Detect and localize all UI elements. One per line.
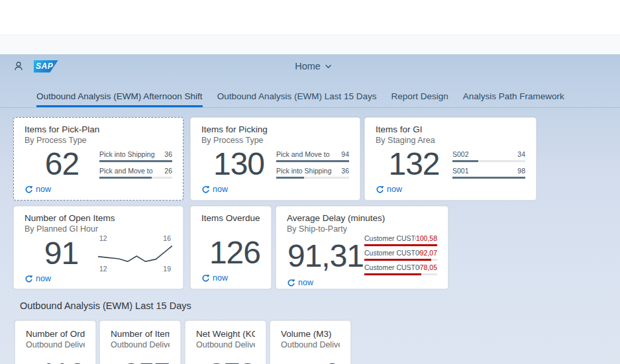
refresh-control[interactable]: now bbox=[201, 183, 349, 196]
tile-subtitle: Outbound Delivery bbox=[281, 340, 340, 350]
tile-title: Items for Picking bbox=[201, 124, 349, 135]
tile-net-weight[interactable]: Net Weight (KG) Outbound Delivery 273 bbox=[185, 320, 266, 364]
tile-items-overdue[interactable]: Items Overdue 126 now bbox=[190, 206, 272, 289]
comparison-bar bbox=[452, 160, 525, 162]
refresh-control[interactable]: now bbox=[25, 183, 172, 196]
comparison-label: S002 bbox=[452, 150, 469, 159]
tile-number-of-open-items[interactable]: Number of Open Items By Planned GI Hour … bbox=[13, 206, 183, 289]
home-menu-button[interactable]: Home bbox=[295, 61, 332, 71]
kpi-value: 130 bbox=[201, 148, 276, 180]
tile-body: 110 bbox=[26, 350, 85, 364]
refresh-label: now bbox=[36, 185, 51, 194]
tile-row-1: Items for Pick-Plan By Process Type 62 P… bbox=[13, 117, 607, 201]
sparkline-path bbox=[98, 246, 172, 261]
comparison-bar bbox=[364, 259, 437, 261]
kpi-value: 132 bbox=[376, 148, 452, 180]
kpi-value: 273 bbox=[209, 359, 255, 364]
tile-subtitle: By Planned GI Hour bbox=[25, 224, 172, 234]
comparison-line: Pick into Shipping HU 36 bbox=[99, 150, 172, 159]
comparison-line: Customer CUST004 92,07 bbox=[364, 249, 437, 257]
person-icon bbox=[13, 61, 24, 71]
comparison-line: S001 98 bbox=[452, 167, 525, 175]
refresh-label: now bbox=[387, 185, 402, 194]
refresh-label: now bbox=[213, 185, 228, 194]
tile-header: Volume (M3) Outbound Delivery bbox=[281, 328, 340, 350]
tab-afternoon-shift[interactable]: Outbound Analysis (EWM) Afternoon Shift bbox=[36, 91, 203, 107]
comparison-row: Pick and Move to Pac... 26 bbox=[99, 167, 172, 179]
tile-items-for-pick-plan[interactable]: Items for Pick-Plan By Process Type 62 P… bbox=[13, 117, 183, 201]
tile-body: 91,31 Customer CUST0... 100,58 bbox=[287, 234, 437, 278]
tile-number-of-items[interactable]: Number of Items Outbound Delivery 257 bbox=[99, 320, 181, 364]
chart-label-x-end: 19 bbox=[163, 265, 171, 273]
comparison-micro-chart: Pick and Move to Pac... 94 Pick into Shi… bbox=[276, 150, 349, 179]
comparison-line: Pick into Shipping HU 36 bbox=[276, 167, 349, 175]
tile-subtitle: Outbound Delivery bbox=[196, 340, 255, 350]
tile-volume[interactable]: Volume (M3) Outbound Delivery 9 bbox=[270, 320, 351, 364]
tile-subtitle: By Process Type bbox=[201, 135, 349, 146]
kpi-value: 257 bbox=[123, 359, 170, 364]
tile-body: 126 bbox=[201, 224, 260, 271]
browser-top-margin-lower bbox=[0, 34, 620, 54]
tile-title: Number of Open Items bbox=[25, 212, 172, 224]
tile-subtitle: Outbound Delivery bbox=[111, 340, 170, 350]
tile-body: 132 S002 34 S001 bbox=[376, 146, 525, 183]
tile-subtitle: By Process Type bbox=[25, 135, 172, 146]
comparison-value: 100,58 bbox=[416, 234, 437, 243]
chart-label-first-value: 12 bbox=[99, 234, 107, 242]
comparison-line: Pick and Move to Pac... 26 bbox=[99, 167, 172, 175]
comparison-line: S002 34 bbox=[452, 150, 525, 159]
user-avatar-icon[interactable] bbox=[13, 60, 25, 72]
kpi-value: 126 bbox=[209, 237, 260, 269]
refresh-control[interactable]: now bbox=[287, 278, 437, 287]
comparison-line: Pick and Move to Pac... 94 bbox=[276, 150, 349, 159]
tile-header: Number of Items Outbound Delivery bbox=[111, 328, 170, 350]
comparison-bar-fill bbox=[99, 177, 152, 179]
comparison-row: Customer CUST002 78,05 bbox=[364, 263, 437, 275]
comparison-bar bbox=[364, 273, 437, 275]
kpi-value: 62 bbox=[25, 148, 99, 180]
tab-report-design[interactable]: Report Design bbox=[391, 91, 448, 107]
tile-header: Items for Pick-Plan By Process Type bbox=[25, 124, 172, 146]
tab-analysis-path-framework[interactable]: Analysis Path Framework bbox=[463, 91, 564, 107]
refresh-label: now bbox=[36, 274, 51, 283]
comparison-micro-chart: Pick into Shipping HU 36 Pick and Move t… bbox=[99, 150, 172, 179]
comparison-bar-fill bbox=[364, 273, 421, 275]
refresh-icon bbox=[287, 279, 295, 287]
tile-title: Items for Pick-Plan bbox=[25, 124, 172, 135]
comparison-value: 78,05 bbox=[420, 263, 437, 272]
comparison-bar bbox=[276, 177, 349, 179]
comparison-bar-fill bbox=[276, 177, 304, 179]
kpi-value: 91,31 bbox=[287, 240, 364, 272]
refresh-control[interactable]: now bbox=[25, 273, 172, 285]
comparison-value: 94 bbox=[341, 150, 349, 159]
tile-number-of-order[interactable]: Number of Order Outbound Delivery 110 bbox=[15, 320, 96, 364]
comparison-bar bbox=[276, 160, 349, 162]
fiori-shell: SAP Home Outbound Analysis (EWM) Afterno… bbox=[0, 54, 620, 364]
tile-items-for-picking[interactable]: Items for Picking By Process Type 130 Pi… bbox=[190, 117, 360, 201]
refresh-control[interactable]: now bbox=[201, 271, 260, 285]
refresh-label: now bbox=[298, 278, 313, 287]
tile-body: 91 12 16 12 19 bbox=[25, 234, 172, 273]
tile-title: Items for GI bbox=[376, 124, 525, 135]
comparison-bar-fill bbox=[364, 259, 431, 261]
tile-average-delay[interactable]: Average Delay (minutes) By Ship-to-Party… bbox=[276, 206, 448, 289]
tile-items-for-gi[interactable]: Items for GI By Staging Area 132 S002 34 bbox=[364, 117, 537, 201]
refresh-icon bbox=[201, 274, 210, 283]
comparison-bar-fill bbox=[99, 160, 172, 162]
shell-header: SAP Home bbox=[0, 54, 620, 78]
kpi-value: 9 bbox=[325, 359, 340, 364]
refresh-control[interactable]: now bbox=[376, 183, 525, 196]
tab-last-15-days[interactable]: Outbound Analysis (EWM) Last 15 Days bbox=[217, 91, 377, 107]
refresh-icon bbox=[25, 185, 33, 194]
tile-title: Average Delay (minutes) bbox=[287, 212, 437, 224]
comparison-bar bbox=[99, 177, 172, 179]
sap-logo-text: SAP bbox=[36, 62, 53, 71]
comparison-label: Customer CUST004 bbox=[364, 249, 420, 257]
kpi-value: 110 bbox=[40, 359, 85, 364]
tile-subtitle: By Ship-to-Party bbox=[287, 224, 437, 234]
comparison-label: Pick and Move to Pac... bbox=[276, 150, 332, 159]
comparison-bar-fill bbox=[452, 160, 478, 162]
sap-logo: SAP bbox=[34, 60, 58, 73]
tile-body: 257 bbox=[111, 350, 170, 364]
tile-header: Items Overdue bbox=[201, 212, 260, 224]
